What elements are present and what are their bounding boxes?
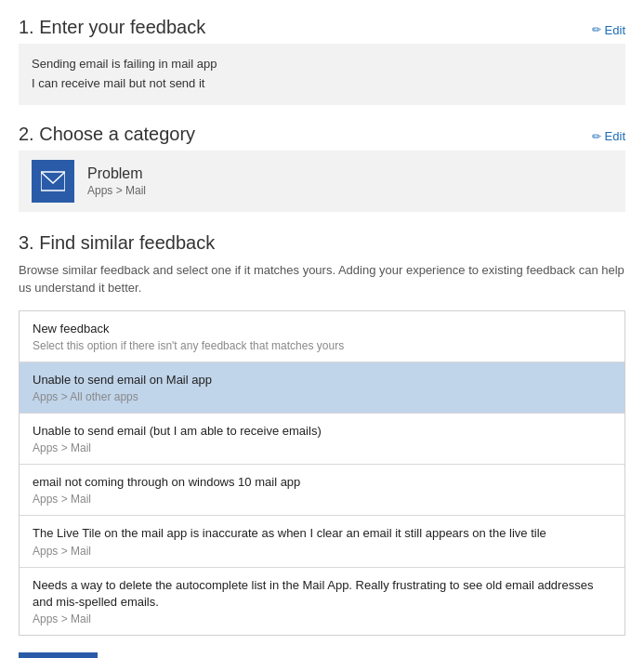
category-info: Problem Apps > Mail [87,165,146,197]
feedback-item-new-subtitle: Select this option if there isn't any fe… [33,339,611,352]
feedback-item-2[interactable]: Unable to send email (but I am able to r… [20,414,624,465]
step3-title: 3. Find similar feedback [19,232,625,254]
step3-description: Browse similar feedback and select one i… [19,261,625,297]
step1-title: 1. Enter your feedback [19,17,205,38]
step1-feedback-box: Sending email is failing in mail app I c… [19,44,625,105]
feedback-item-1[interactable]: Unable to send email on Mail app Apps > … [20,362,624,414]
feedback-item-4-path: Apps > Mail [33,545,611,558]
step2-title: 2. Choose a category [19,124,195,145]
feedback-item-3-title: email not coming through on windows 10 m… [33,474,611,491]
feedback-item-new[interactable]: New feedback Select this option if there… [20,311,624,362]
category-path: Apps > Mail [87,184,146,197]
feedback-list: New feedback Select this option if there… [19,310,625,636]
feedback-item-3-path: Apps > Mail [33,493,611,506]
edit2-icon: ✏ [592,130,601,143]
step2-edit-link[interactable]: ✏ Edit [592,129,625,143]
feedback-item-3[interactable]: email not coming through on windows 10 m… [20,465,624,516]
step2-header: 2. Choose a category ✏ Edit [19,124,625,145]
feedback-item-5[interactable]: Needs a way to delete the autocomplete l… [20,568,624,635]
feedback-line-2: I can receive mail but not send it [32,74,612,94]
feedback-item-2-title: Unable to send email (but I am able to r… [33,423,611,440]
category-mail-icon [32,160,74,203]
feedback-line-1: Sending email is failing in mail app [32,55,612,74]
step1-edit-link[interactable]: ✏ Edit [592,23,625,37]
next-button[interactable]: Next [19,652,98,658]
feedback-item-new-title: New feedback [33,321,611,337]
step1-header: 1. Enter your feedback ✏ Edit [19,17,625,38]
step1-edit-label: Edit [605,23,625,37]
feedback-item-4[interactable]: The Live Tile on the mail app is inaccur… [20,516,624,567]
step2-edit-label: Edit [605,129,625,143]
feedback-item-1-path: Apps > All other apps [33,390,611,403]
feedback-item-4-title: The Live Tile on the mail app is inaccur… [33,525,611,542]
category-box: Problem Apps > Mail [19,151,625,212]
step3-section: 3. Find similar feedback Browse similar … [19,232,625,636]
feedback-item-2-path: Apps > Mail [33,441,611,454]
category-name: Problem [87,165,146,182]
edit1-icon: ✏ [592,23,601,36]
feedback-item-5-title: Needs a way to delete the autocomplete l… [33,577,611,611]
feedback-item-5-path: Apps > Mail [33,612,611,625]
feedback-item-1-title: Unable to send email on Mail app [33,372,611,388]
